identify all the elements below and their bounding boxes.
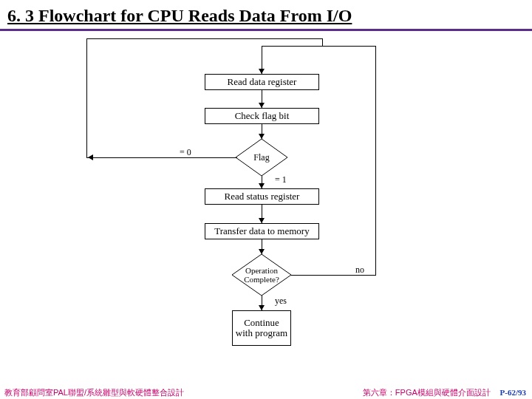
node-transfer-data: Transfer data to memory <box>205 223 319 239</box>
edge-yes: yes <box>275 296 287 307</box>
node-flag-decision: Flag <box>236 139 287 176</box>
node-read-status-register: Read status register <box>205 188 319 205</box>
edge-flag-zero: = 0 <box>180 147 191 158</box>
node-check-flag-bit: Check flag bit <box>205 108 319 124</box>
footer-page: P-62/93 <box>496 388 532 397</box>
footer-right: 第六章：FPGA模組與硬體介面設計 <box>363 388 494 397</box>
slide-title: 6. 3 Flowchart for CPU Reads Data From I… <box>0 0 532 31</box>
node-continue: Continue with program <box>232 310 291 346</box>
footer-left: 教育部顧問室PAL聯盟/系統雛型與軟硬體整合設計 <box>0 387 184 398</box>
flag-label: Flag <box>253 152 269 163</box>
footer: 教育部顧問室PAL聯盟/系統雛型與軟硬體整合設計 第六章：FPGA模組與硬體介面… <box>0 386 532 399</box>
node-read-data-register: Read data register <box>205 74 319 90</box>
op-complete-label: Operation Complete? <box>232 266 291 284</box>
edge-flag-one: = 1 <box>275 174 287 185</box>
node-operation-complete: Operation Complete? <box>232 254 291 296</box>
flowchart: Read data register Check flag bit Flag =… <box>0 31 532 371</box>
edge-no: no <box>355 265 364 276</box>
